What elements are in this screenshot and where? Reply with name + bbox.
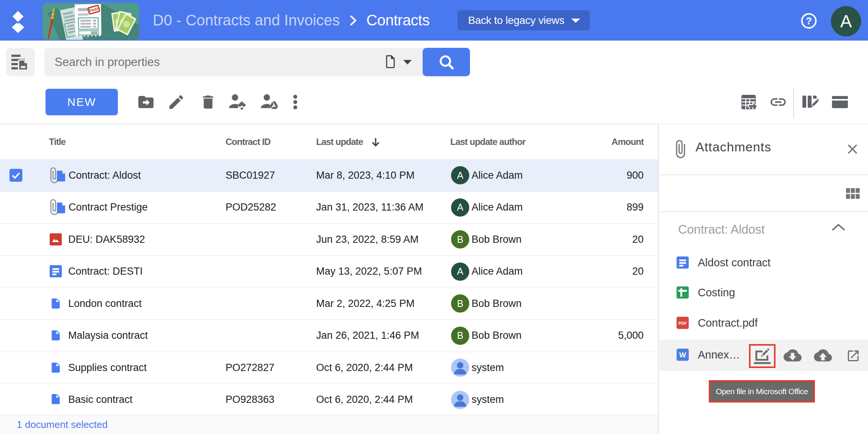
svg-text:PDF: PDF: [678, 321, 687, 326]
svg-text:?: ?: [806, 15, 812, 27]
svg-text:W: W: [679, 351, 686, 359]
svg-text:$$$: $$$: [91, 31, 97, 35]
